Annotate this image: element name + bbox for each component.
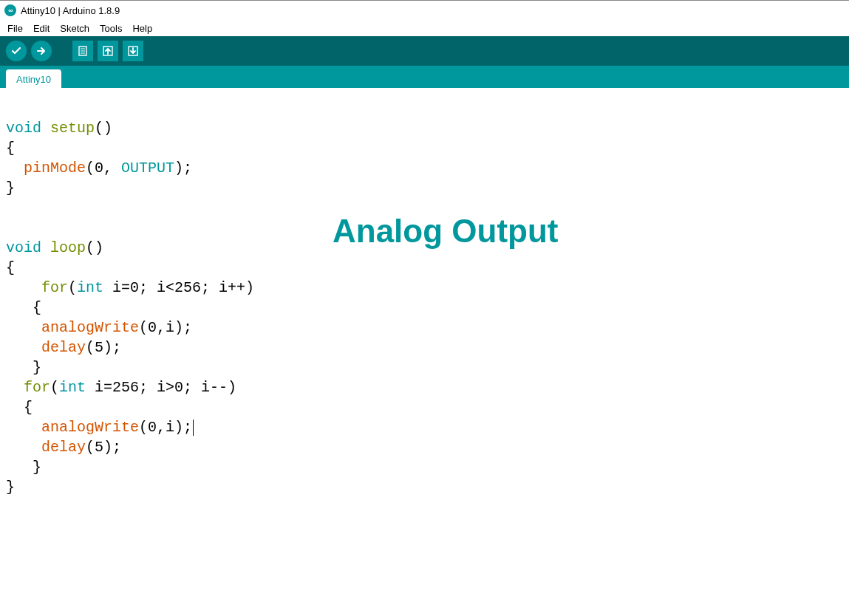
arduino-icon: ∞ [4,4,16,16]
check-icon [10,45,22,57]
code-text: { [6,399,33,416]
code-text: { [6,299,41,316]
tab-strip: Attiny10 [0,66,849,88]
tab-attiny10[interactable]: Attiny10 [6,69,61,88]
verify-button[interactable] [6,41,27,61]
code-text: () [86,239,103,256]
code-text: ( [50,379,59,396]
kw-int: int [77,279,103,296]
upload-button[interactable] [31,41,52,61]
code-text: } [6,359,41,376]
code-text: { [6,259,15,276]
menu-tools[interactable]: Tools [95,21,126,35]
code-text: ( [68,279,77,296]
window-title: Attiny10 | Arduino 1.8.9 [21,5,120,16]
fn-pinmode: pinMode [24,160,86,177]
code-text: () [95,120,112,137]
code-text: } [6,459,41,476]
fn-analogwrite: analogWrite [41,319,139,336]
code-editor[interactable]: void setup() { pinMode(0, OUTPUT); } voi… [0,88,849,616]
code-text: } [6,479,15,496]
code-text: { [6,140,15,157]
code-text: (0,i); [139,419,192,436]
arrow-right-icon [35,45,47,57]
overlay-title: Analog Output [333,221,559,241]
code-text: (0,i); [139,319,192,336]
text-cursor [193,420,194,436]
menu-edit[interactable]: Edit [29,21,54,35]
arrow-up-icon [102,45,114,57]
menu-file[interactable]: File [3,21,27,35]
file-icon [77,45,89,57]
kw-for: for [41,279,68,296]
fn-delay: delay [41,439,86,456]
title-bar: ∞ Attiny10 | Arduino 1.8.9 [0,1,849,20]
menu-sketch[interactable]: Sketch [55,21,94,35]
fn-analogwrite: analogWrite [41,419,139,436]
kw-void: void [6,239,41,256]
code-text: i=256; i>0; i--) [86,379,236,396]
fn-delay: delay [41,339,86,356]
toolbar [0,36,849,66]
fn-setup: setup [50,120,95,137]
fn-loop: loop [50,239,86,256]
kw-void: void [6,120,41,137]
kw-int: int [59,379,86,396]
menu-bar: File Edit Sketch Tools Help [0,20,849,36]
save-button[interactable] [123,41,143,61]
menu-help[interactable]: Help [128,21,157,35]
code-text: } [6,179,15,196]
kw-for: for [24,379,50,396]
code-text: (0, [86,160,121,177]
code-text: i=0; i<256; i++) [103,279,254,296]
new-button[interactable] [72,41,93,61]
code-text: (5); [86,439,121,456]
arrow-down-icon [127,45,139,57]
code-text: (5); [86,339,121,356]
const-output: OUTPUT [121,160,174,177]
code-text: ); [174,160,192,177]
open-button[interactable] [98,41,118,61]
